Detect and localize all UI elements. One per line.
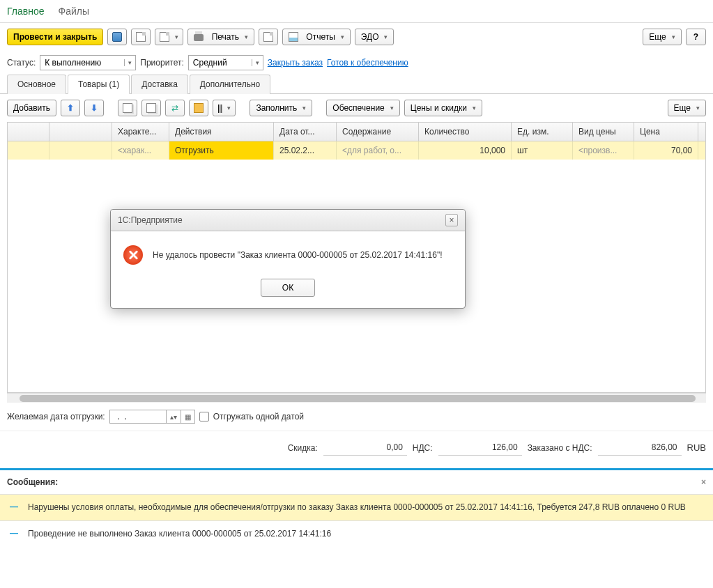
- arrow-up-icon: ⬆: [67, 103, 74, 113]
- message-item[interactable]: — Проведение не выполнено Заказ клиента …: [0, 520, 713, 547]
- fill-button[interactable]: Заполнить: [250, 100, 312, 116]
- paste-button[interactable]: [141, 100, 161, 116]
- ship-date-field[interactable]: [110, 410, 166, 423]
- barcode-icon: |||: [217, 103, 222, 113]
- cell-char[interactable]: <харак...: [112, 141, 169, 160]
- date-spinner[interactable]: ▴▾: [166, 410, 181, 423]
- status-select[interactable]: ▾: [40, 55, 136, 70]
- table-row[interactable]: <харак... Отгрузить 25.02.2... <для рабо…: [8, 141, 705, 160]
- move-up-button[interactable]: ⬆: [61, 100, 80, 116]
- card-icon: [194, 103, 204, 113]
- col-n[interactable]: [8, 123, 49, 141]
- vat-value: 126,00: [438, 440, 522, 456]
- discount-label: Скидка:: [288, 443, 318, 453]
- messages-close-icon[interactable]: ×: [701, 477, 706, 487]
- cell-price[interactable]: 70,00: [634, 141, 698, 160]
- error-icon: [123, 245, 143, 265]
- priority-select[interactable]: ▾: [188, 55, 263, 70]
- error-dialog: 1С:Предприятие × Не удалось провести "За…: [110, 209, 466, 309]
- horizontal-scrollbar[interactable]: [7, 393, 706, 403]
- priority-input[interactable]: [189, 56, 252, 69]
- edo-label: ЭДО: [361, 32, 379, 42]
- save-button[interactable]: [107, 29, 127, 45]
- ship-date-input[interactable]: ▴▾ ▦: [109, 410, 195, 424]
- dialog-title: 1С:Предприятие: [118, 215, 183, 225]
- close-order-link[interactable]: Закрыть заказ: [268, 58, 323, 68]
- message-item[interactable]: — Нарушены условия оплаты, необходимые д…: [0, 494, 713, 520]
- message-dash-icon: —: [10, 528, 18, 540]
- share-icon: ⇄: [171, 103, 178, 113]
- tab-extra[interactable]: Дополнительно: [190, 75, 270, 94]
- messages-header: Сообщения:: [7, 477, 58, 487]
- post-and-close-button[interactable]: Провести и закрыть: [7, 29, 103, 45]
- col-content[interactable]: Содержание: [337, 123, 419, 141]
- message-text: Нарушены условия оплаты, необходимые для…: [28, 502, 703, 513]
- paste-icon: [146, 103, 156, 113]
- cell-qty[interactable]: 10,000: [419, 141, 512, 160]
- dialog-close-button[interactable]: ×: [445, 214, 458, 226]
- report-icon: [289, 32, 298, 42]
- tab-delivery[interactable]: Доставка: [131, 75, 188, 94]
- document-icon: [136, 32, 146, 42]
- col-qty[interactable]: Количество: [419, 123, 512, 141]
- discount-value: 0,00: [323, 440, 407, 456]
- status-dropdown-icon[interactable]: ▾: [124, 59, 135, 66]
- message-text: Проведение не выполнено Заказ клиента 00…: [28, 528, 703, 540]
- ready-supply-link[interactable]: Готов к обеспечению: [327, 58, 408, 68]
- col-unit[interactable]: Ед. изм.: [512, 123, 573, 141]
- col-actions[interactable]: Действия: [169, 123, 274, 141]
- priority-label: Приоритет:: [140, 58, 184, 68]
- doc-new-icon: [160, 32, 169, 42]
- arrow-down-icon: ⬇: [91, 103, 98, 113]
- print-label: Печать: [212, 32, 239, 42]
- copy-icon: [123, 103, 132, 113]
- barcode-button[interactable]: |||: [213, 100, 236, 116]
- help-button[interactable]: ?: [686, 29, 706, 45]
- add-row-button[interactable]: Добавить: [7, 100, 56, 116]
- dialog-ok-button[interactable]: ОК: [261, 279, 315, 297]
- status-label: Статус:: [7, 58, 36, 68]
- ordered-label: Заказано с НДС:: [528, 443, 592, 453]
- cell-date[interactable]: 25.02.2...: [274, 141, 337, 160]
- top-tab-main[interactable]: Главное: [7, 6, 45, 17]
- ordered-value: 826,00: [598, 440, 682, 456]
- reports-button[interactable]: Отчеты: [282, 29, 351, 45]
- post-button[interactable]: [131, 29, 151, 45]
- cell-price-type[interactable]: <произв...: [573, 141, 634, 160]
- edo-button[interactable]: ЭДО: [355, 29, 394, 45]
- priority-dropdown-icon[interactable]: ▾: [252, 59, 263, 66]
- top-tab-files[interactable]: Файлы: [59, 6, 89, 17]
- printer-icon: [194, 34, 204, 41]
- single-date-checkbox[interactable]: [199, 412, 209, 421]
- col-date[interactable]: Дата от...: [274, 123, 337, 141]
- status-input[interactable]: [40, 56, 124, 69]
- more-button[interactable]: Еще: [643, 29, 681, 45]
- card-button[interactable]: [189, 100, 208, 116]
- create-based-on-button[interactable]: [155, 29, 183, 45]
- cell-action[interactable]: Отгрузить: [169, 141, 274, 160]
- grid-more-button[interactable]: Еще: [668, 100, 706, 116]
- layout-button[interactable]: [259, 29, 278, 45]
- supply-button[interactable]: Обеспечение: [326, 100, 399, 116]
- copy-button[interactable]: [118, 100, 137, 116]
- col-price[interactable]: Цена: [634, 123, 698, 141]
- move-down-button[interactable]: ⬇: [84, 100, 104, 116]
- layout-icon: [263, 32, 273, 42]
- vat-label: НДС:: [413, 443, 433, 453]
- col-price-type[interactable]: Вид цены: [573, 123, 634, 141]
- ship-date-label: Желаемая дата отгрузки:: [7, 412, 105, 421]
- col-nomenclature[interactable]: [49, 123, 112, 141]
- date-calendar-icon[interactable]: ▦: [181, 410, 194, 423]
- cell-content[interactable]: <для работ, о...: [337, 141, 419, 160]
- cell-n[interactable]: [8, 141, 49, 160]
- tab-goods[interactable]: Товары (1): [68, 75, 130, 94]
- print-button[interactable]: Печать: [187, 29, 254, 45]
- dialog-message: Не удалось провести "Заказ клиента 0000-…: [153, 250, 442, 260]
- col-characteristic[interactable]: Характе...: [112, 123, 169, 141]
- tab-main[interactable]: Основное: [7, 75, 66, 94]
- cell-nom[interactable]: [49, 141, 112, 160]
- cell-unit[interactable]: шт: [512, 141, 573, 160]
- share-button[interactable]: ⇄: [165, 100, 185, 116]
- message-dash-icon: —: [10, 502, 18, 513]
- prices-discounts-button[interactable]: Цены и скидки: [404, 100, 482, 116]
